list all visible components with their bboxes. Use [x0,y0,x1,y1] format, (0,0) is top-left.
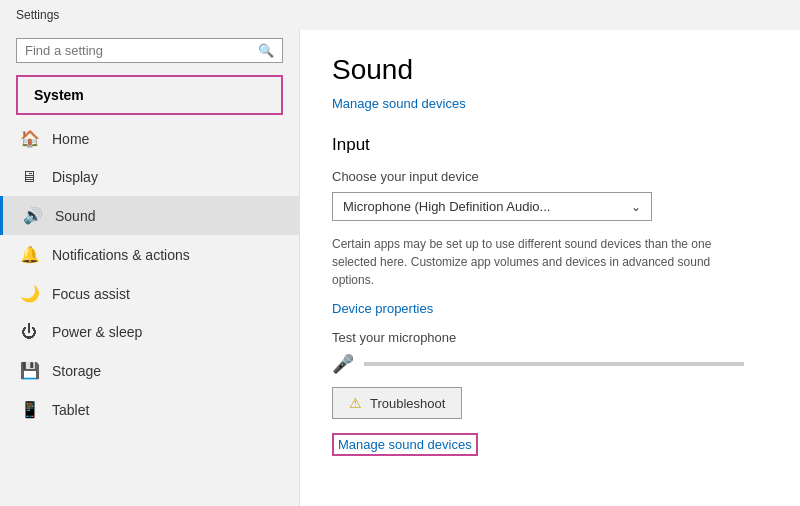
sidebar-item-label: Storage [52,363,101,379]
sidebar-item-label: Display [52,169,98,185]
sidebar: 🔍 System 🏠 Home 🖥 Display 🔊 Sound 🔔 Noti… [0,30,300,506]
manage-sound-devices-link-bottom[interactable]: Manage sound devices [332,433,478,456]
notifications-icon: 🔔 [20,245,38,264]
system-label: System [34,87,84,103]
search-icon: 🔍 [258,43,274,58]
sound-icon: 🔊 [23,206,41,225]
microphone-level-bar [364,362,744,366]
sidebar-item-home[interactable]: 🏠 Home [0,119,299,158]
info-text: Certain apps may be set up to use differ… [332,235,752,289]
troubleshoot-label: Troubleshoot [370,396,445,411]
power-icon: ⏻ [20,323,38,341]
sidebar-item-label: Tablet [52,402,89,418]
sidebar-item-display[interactable]: 🖥 Display [0,158,299,196]
tablet-icon: 📱 [20,400,38,419]
sidebar-item-label: Notifications & actions [52,247,190,263]
sidebar-item-label: Power & sleep [52,324,142,340]
choose-device-label: Choose your input device [332,169,768,184]
mic-bar-row: 🎤 [332,353,768,375]
microphone-icon: 🎤 [332,353,354,375]
manage-sound-devices-link-top[interactable]: Manage sound devices [332,96,466,111]
sidebar-item-system[interactable]: System [16,75,283,115]
selected-device-text: Microphone (High Definition Audio... [343,199,550,214]
warning-icon: ⚠ [349,395,362,411]
test-microphone-label: Test your microphone [332,330,768,345]
sidebar-item-notifications[interactable]: 🔔 Notifications & actions [0,235,299,274]
input-device-dropdown[interactable]: Microphone (High Definition Audio... ⌄ [332,192,652,221]
main-layout: 🔍 System 🏠 Home 🖥 Display 🔊 Sound 🔔 Noti… [0,30,800,506]
sidebar-item-tablet[interactable]: 📱 Tablet [0,390,299,429]
sidebar-item-storage[interactable]: 💾 Storage [0,351,299,390]
search-input[interactable] [25,43,258,58]
focus-icon: 🌙 [20,284,38,303]
settings-title: Settings [16,8,59,22]
storage-icon: 💾 [20,361,38,380]
device-properties-link[interactable]: Device properties [332,301,433,316]
sidebar-item-label: Focus assist [52,286,130,302]
title-bar: Settings [0,0,800,30]
sidebar-item-label: Sound [55,208,95,224]
home-icon: 🏠 [20,129,38,148]
page-title: Sound [332,54,768,86]
troubleshoot-button[interactable]: ⚠ Troubleshoot [332,387,462,419]
chevron-down-icon: ⌄ [631,200,641,214]
search-box[interactable]: 🔍 [16,38,283,63]
sidebar-item-focus[interactable]: 🌙 Focus assist [0,274,299,313]
sidebar-item-label: Home [52,131,89,147]
display-icon: 🖥 [20,168,38,186]
input-section-title: Input [332,135,768,155]
search-container: 🔍 [0,30,299,71]
main-content: Sound Manage sound devices Input Choose … [300,30,800,506]
sidebar-item-power[interactable]: ⏻ Power & sleep [0,313,299,351]
sidebar-item-sound[interactable]: 🔊 Sound [0,196,299,235]
